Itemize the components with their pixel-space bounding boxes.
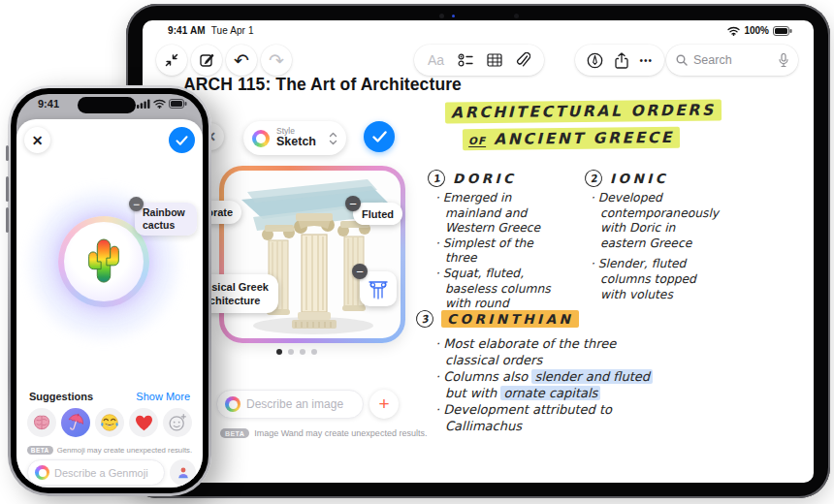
battery-percent: 100% bbox=[744, 25, 769, 36]
genmoji-sheet: ✕ bbox=[16, 119, 203, 488]
rainbow-cactus-genmoji bbox=[81, 236, 126, 288]
style-picker[interactable]: Style Sketch bbox=[243, 121, 346, 155]
heart-emoji[interactable] bbox=[129, 408, 158, 437]
checkmark-icon bbox=[176, 136, 188, 145]
image-pagination-dots[interactable] bbox=[276, 349, 317, 355]
plus-icon: + bbox=[378, 394, 389, 415]
notes-heading-line1: ARCHITECTURAL ORDERS bbox=[445, 102, 722, 122]
share-button[interactable] bbox=[615, 52, 628, 69]
close-icon: ✕ bbox=[32, 133, 44, 148]
ipad-status-right: 100% bbox=[727, 25, 792, 36]
suggestion-emoji-row bbox=[27, 408, 192, 437]
ionic-notes: · Developed contemporaneously with Doric… bbox=[591, 191, 755, 302]
doric-notes: · Emerged in mainland and Western Greece… bbox=[435, 191, 591, 327]
chevron-up-down-icon bbox=[329, 132, 337, 145]
laughing-emoji[interactable] bbox=[95, 408, 124, 437]
stage: 9:41 AMTue Apr 1 100% ↶ ↷ Aa bbox=[0, 0, 834, 504]
genmoji-beta-note: BETA Genmoji may create unexpected resul… bbox=[16, 446, 203, 455]
suggestions-label: Suggestions bbox=[29, 391, 93, 402]
brain-emoji[interactable] bbox=[27, 408, 56, 437]
apple-intelligence-icon bbox=[35, 465, 49, 480]
describe-genmoji-input[interactable] bbox=[54, 467, 157, 479]
apple-intelligence-icon bbox=[252, 130, 270, 147]
text-format-button[interactable]: Aa bbox=[428, 52, 444, 68]
corinthian-notes: · Most elaborate of the three classical … bbox=[435, 335, 755, 434]
checklist-button[interactable] bbox=[458, 53, 473, 67]
checkmark-icon bbox=[372, 131, 387, 142]
add-image-button[interactable]: + bbox=[369, 390, 399, 419]
describe-image-field[interactable] bbox=[216, 390, 364, 419]
iphone-device: 9:41 ✕ bbox=[8, 85, 211, 496]
genmoji-accept-button[interactable] bbox=[169, 127, 195, 153]
show-more-link[interactable]: Show More bbox=[136, 391, 190, 402]
ipad-time: 9:41 AM bbox=[168, 25, 206, 36]
search-icon bbox=[676, 54, 688, 66]
ionic-header: 2 IONIC bbox=[585, 170, 668, 187]
volume-up-button bbox=[6, 176, 9, 202]
format-toolbar-group: Aa bbox=[414, 45, 544, 76]
compose-button[interactable] bbox=[191, 45, 222, 76]
tag-rainbow-cactus[interactable]: Rainbow cactus bbox=[135, 203, 197, 236]
remove-fluted-tag-button[interactable]: − bbox=[345, 196, 361, 211]
genmoji-close-button[interactable]: ✕ bbox=[24, 127, 50, 153]
ipad-date: Tue Apr 1 bbox=[211, 25, 254, 36]
undo-button[interactable]: ↶ bbox=[226, 45, 257, 76]
battery-icon bbox=[773, 26, 792, 36]
search-placeholder: Search bbox=[693, 53, 773, 67]
redo-icon: ↷ bbox=[269, 51, 284, 70]
style-value: Sketch bbox=[276, 136, 322, 148]
table-button[interactable] bbox=[487, 53, 502, 67]
accept-image-button[interactable] bbox=[364, 121, 395, 152]
iphone-status-icons bbox=[137, 99, 187, 109]
tag-fluted[interactable]: Fluted bbox=[353, 203, 402, 225]
dynamic-island bbox=[78, 97, 136, 113]
image-wand-beta-note: BETA Image Wand may create unexpected re… bbox=[220, 428, 427, 438]
volume-down-button bbox=[6, 207, 9, 233]
doric-header: 1 DORIC bbox=[428, 170, 517, 187]
corinthian-header: 3 CORINTHIAN bbox=[416, 310, 579, 328]
more-options-button[interactable]: ••• bbox=[640, 55, 654, 66]
describe-image-input[interactable] bbox=[246, 397, 355, 411]
generated-image-card[interactable] bbox=[219, 166, 405, 343]
battery-icon bbox=[169, 99, 187, 109]
remove-sketch-tag-button[interactable]: − bbox=[352, 264, 368, 279]
markup-pen-button[interactable] bbox=[587, 52, 603, 69]
tools-toolbar-group: ••• bbox=[575, 45, 664, 76]
attachment-button[interactable] bbox=[516, 52, 530, 68]
ipad-status-bar: 9:41 AMTue Apr 1 bbox=[168, 25, 254, 36]
ipad-screen: 9:41 AMTue Apr 1 100% ↶ ↷ Aa bbox=[143, 20, 814, 483]
ipad-camera-2 bbox=[514, 14, 519, 18]
undo-icon: ↶ bbox=[234, 51, 249, 70]
search-field[interactable]: Search bbox=[666, 45, 798, 76]
column-sketch-icon bbox=[366, 276, 391, 301]
people-genmoji-button[interactable] bbox=[170, 459, 196, 486]
cellular-icon bbox=[137, 99, 150, 109]
ipad-camera-sensor bbox=[452, 15, 455, 17]
notes-heading-line2: OFANCIENT GREECE bbox=[463, 129, 680, 148]
add-emoji-button[interactable] bbox=[163, 408, 192, 437]
iphone-screen: 9:41 ✕ bbox=[16, 94, 203, 488]
describe-genmoji-field[interactable] bbox=[27, 459, 165, 486]
umbrella-emoji[interactable] bbox=[61, 408, 90, 437]
dictation-mic-icon[interactable] bbox=[779, 53, 788, 67]
collapse-arrows-icon bbox=[165, 53, 178, 67]
remove-rainbow-cactus-tag-button[interactable]: − bbox=[129, 197, 144, 211]
ipad-camera bbox=[439, 14, 444, 18]
collapse-toolbar-button[interactable] bbox=[156, 45, 187, 76]
action-button bbox=[6, 145, 9, 161]
apple-intelligence-icon bbox=[225, 396, 241, 412]
wifi-icon bbox=[727, 26, 740, 36]
iphone-time: 9:41 bbox=[38, 98, 59, 110]
note-title: ARCH 115: The Art of Architecture bbox=[183, 75, 462, 95]
greek-columns-image bbox=[224, 171, 401, 338]
compose-icon bbox=[200, 53, 214, 68]
iphone-bezel: 9:41 ✕ bbox=[11, 88, 208, 493]
wifi-icon bbox=[153, 99, 166, 109]
ipad-device: 9:41 AMTue Apr 1 100% ↶ ↷ Aa bbox=[126, 4, 830, 498]
person-icon bbox=[176, 466, 190, 480]
redo-button[interactable]: ↷ bbox=[261, 45, 292, 76]
